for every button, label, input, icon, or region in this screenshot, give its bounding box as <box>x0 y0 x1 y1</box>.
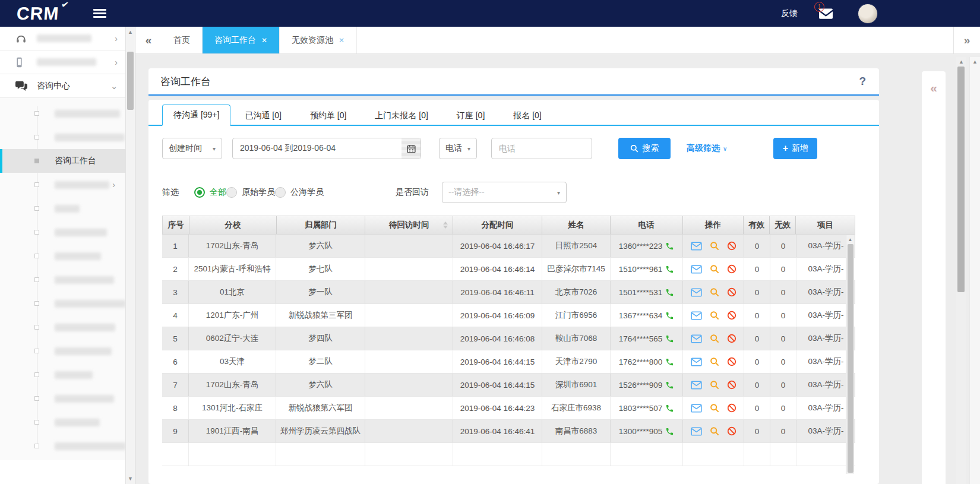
radio-circle-icon[interactable] <box>226 187 237 198</box>
phone-type-select[interactable]: 电话▾ <box>439 138 477 159</box>
sort-icon[interactable] <box>443 222 448 229</box>
radio-circle-icon[interactable] <box>194 187 205 198</box>
window-tab-首页[interactable]: 首页 <box>162 27 203 53</box>
feedback-link[interactable]: 反馈 <box>781 8 798 19</box>
sidebar-subitem-redacted-6[interactable] <box>0 244 126 268</box>
sidebar-subitem-redacted-13[interactable] <box>0 410 126 434</box>
tab-上门未报名 [0][interactable]: 上门未报名 [0] <box>361 106 442 125</box>
magnifier-icon[interactable] <box>710 403 719 413</box>
magnifier-icon[interactable] <box>710 380 719 390</box>
sidebar-subitem-redacted-11[interactable] <box>0 363 126 387</box>
sidebar-subitem-redacted-9[interactable] <box>0 315 126 339</box>
magnifier-icon[interactable] <box>710 264 719 274</box>
sidebar-item-咨询中心[interactable]: 咨询中心⌄ <box>0 74 126 98</box>
time-type-select[interactable]: 创建时间▾ <box>162 138 222 159</box>
magnifier-icon[interactable] <box>710 287 719 297</box>
sidebar-subitem-咨询工作台[interactable]: 咨询工作台 <box>0 149 126 173</box>
mail-icon[interactable] <box>691 358 702 366</box>
sidebar-item-redacted-0[interactable]: › <box>0 27 126 50</box>
page-scrollbar[interactable]: ▲ <box>969 57 980 484</box>
phone-icon[interactable] <box>665 427 674 436</box>
phone-icon[interactable] <box>665 358 674 366</box>
magnifier-icon[interactable] <box>710 311 719 320</box>
search-button[interactable]: 搜索 <box>618 138 671 159</box>
sidebar-subitem-redacted-5[interactable] <box>0 220 126 244</box>
block-icon[interactable] <box>727 380 736 390</box>
magnifier-icon[interactable] <box>710 426 719 436</box>
tab-待沟通 [99+][interactable]: 待沟通 [99+] <box>162 105 230 126</box>
magnifier-icon[interactable] <box>710 241 719 251</box>
block-icon[interactable] <box>727 403 736 413</box>
block-icon[interactable] <box>727 311 736 320</box>
add-button[interactable]: + 新增 <box>773 138 817 159</box>
tab-订座 [0][interactable]: 订座 [0] <box>442 106 499 125</box>
block-icon[interactable] <box>727 287 736 297</box>
advanced-filter-link[interactable]: 高级筛选∨ <box>687 143 727 154</box>
scroll-up-icon[interactable]: ▲ <box>126 29 135 35</box>
magnifier-icon[interactable] <box>710 334 719 343</box>
mail-icon[interactable] <box>691 427 702 436</box>
block-icon[interactable] <box>727 426 736 436</box>
mail-icon[interactable] <box>691 242 702 251</box>
table-scrollbar-thumb[interactable] <box>848 244 853 473</box>
tab-预约单 [0][interactable]: 预约单 [0] <box>296 106 361 125</box>
sidebar-subitem-redacted-12[interactable] <box>0 387 126 410</box>
sidebar-subitem-redacted-3[interactable]: › <box>0 173 126 197</box>
table-scrollbar[interactable]: ▲ <box>846 235 854 474</box>
sidebar-subitem-redacted-0[interactable] <box>0 102 126 125</box>
column-header-待回访时间[interactable]: 待回访时间 <box>365 216 453 234</box>
help-icon[interactable]: ? <box>859 75 866 88</box>
collapse-panel-icon[interactable]: « <box>922 81 946 95</box>
phone-icon[interactable] <box>665 288 674 297</box>
inner-scrollbar[interactable]: ▲ <box>956 57 966 484</box>
block-icon[interactable] <box>727 241 736 251</box>
radio-公海学员[interactable]: 公海学员 <box>275 187 324 198</box>
calendar-icon[interactable] <box>402 138 421 159</box>
magnifier-icon[interactable] <box>710 357 719 366</box>
avatar[interactable] <box>858 4 878 24</box>
sidebar-subitem-redacted-8[interactable] <box>0 292 126 315</box>
scroll-down-icon[interactable]: ▼ <box>126 476 135 482</box>
radio-全部[interactable]: 全部 <box>194 187 226 198</box>
phone-icon[interactable] <box>665 311 674 320</box>
window-tab-咨询工作台[interactable]: 咨询工作台✕ <box>203 27 280 53</box>
sidebar-item-redacted-1[interactable]: › <box>0 50 126 74</box>
block-icon[interactable] <box>727 264 736 274</box>
mail-icon[interactable] <box>691 311 702 320</box>
phone-icon[interactable] <box>665 242 674 251</box>
tab-报名 [0][interactable]: 报名 [0] <box>499 106 555 125</box>
mail-icon[interactable] <box>691 381 702 390</box>
sidebar-subitem-redacted-10[interactable] <box>0 339 126 363</box>
sidebar-scrollbar-thumb[interactable] <box>127 52 134 110</box>
phone-icon[interactable] <box>665 404 674 413</box>
tabs-scroll-right-icon[interactable]: » <box>953 27 980 53</box>
phone-icon[interactable] <box>665 265 674 274</box>
mail-icon[interactable] <box>691 334 702 343</box>
block-icon[interactable] <box>727 357 736 366</box>
date-range-picker[interactable]: 2019-06-04 到2019-06-04 <box>232 138 421 159</box>
block-icon[interactable] <box>727 334 736 343</box>
tabs-scroll-left-icon[interactable]: « <box>135 27 162 53</box>
sidebar-subitem-redacted-4[interactable] <box>0 197 126 220</box>
radio-circle-icon[interactable] <box>275 187 286 198</box>
sidebar-subitem-redacted-1[interactable] <box>0 125 126 149</box>
scroll-up-icon[interactable]: ▲ <box>956 59 966 65</box>
sidebar-subitem-redacted-7[interactable] <box>0 268 126 292</box>
mail-icon[interactable] <box>691 265 702 274</box>
phone-icon[interactable] <box>665 334 674 343</box>
radio-原始学员[interactable]: 原始学员 <box>226 187 275 198</box>
mail-icon[interactable] <box>691 404 702 413</box>
phone-input[interactable] <box>491 138 592 159</box>
tab-已沟通 [0][interactable]: 已沟通 [0] <box>230 106 295 125</box>
scroll-up-icon[interactable]: ▲ <box>846 237 854 242</box>
sidebar-subitem-redacted-14[interactable] <box>0 434 126 458</box>
visit-select[interactable]: --请选择--▾ <box>442 182 567 203</box>
window-tab-无效资源池[interactable]: 无效资源池✕ <box>280 27 357 53</box>
close-icon[interactable]: ✕ <box>339 36 344 45</box>
mail-icon[interactable]: 1 <box>819 8 833 19</box>
sidebar-scrollbar[interactable]: ▲ ▼ <box>125 27 135 484</box>
mail-icon[interactable] <box>691 288 702 297</box>
inner-scrollbar-thumb[interactable] <box>957 67 965 292</box>
phone-icon[interactable] <box>665 381 674 390</box>
scroll-up-icon[interactable]: ▲ <box>970 59 980 65</box>
